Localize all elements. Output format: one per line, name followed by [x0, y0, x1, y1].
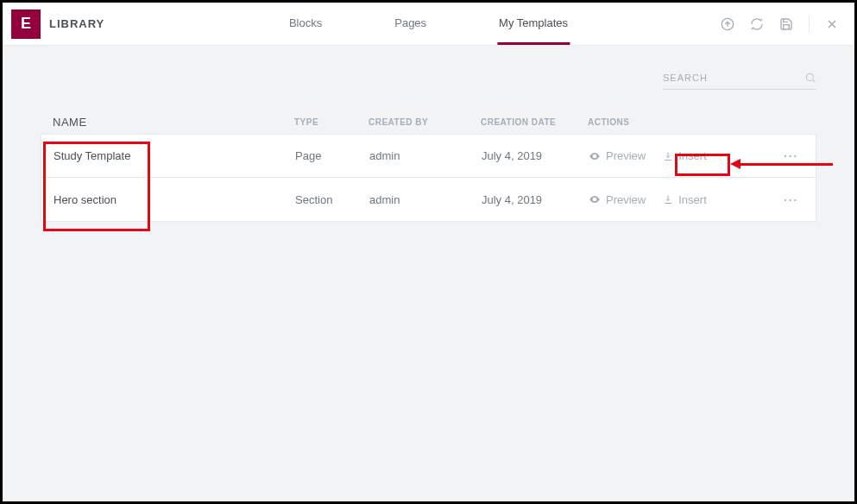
sync-icon[interactable]	[750, 17, 764, 31]
col-header-creation-date: CREATION DATE	[481, 117, 588, 127]
eye-icon	[589, 193, 601, 205]
col-header-created-by: CREATED BY	[369, 117, 481, 127]
eye-icon	[589, 150, 601, 162]
cell-created-by: admin	[369, 149, 482, 162]
cell-name: Hero section	[54, 193, 295, 206]
cell-type: Page	[295, 149, 369, 162]
content-area: NAME TYPE CREATED BY CREATION DATE ACTIO…	[3, 46, 854, 501]
col-header-name: NAME	[53, 116, 294, 129]
svg-line-4	[813, 80, 816, 83]
tab-blocks[interactable]: Blocks	[287, 3, 324, 45]
table-row: Hero section Section admin July 4, 2019 …	[41, 178, 816, 221]
preview-button[interactable]: Preview	[589, 193, 646, 206]
insert-label: Insert	[678, 193, 707, 206]
library-title: LIBRARY	[49, 17, 104, 30]
cell-name: Study Template	[54, 149, 295, 162]
save-icon[interactable]	[779, 17, 793, 31]
download-icon	[663, 151, 673, 161]
table-header: NAME TYPE CREATED BY CREATION DATE ACTIO…	[41, 110, 816, 135]
more-actions-button[interactable]: ···	[784, 149, 803, 162]
tab-pages[interactable]: Pages	[393, 3, 428, 45]
download-icon	[663, 194, 673, 205]
tabs: Blocks Pages My Templates	[287, 3, 570, 45]
divider	[809, 16, 810, 33]
app-logo-letter: E	[21, 15, 31, 33]
insert-label: Insert	[678, 149, 707, 162]
search-input[interactable]	[663, 72, 804, 83]
search-bar	[663, 72, 816, 90]
cell-creation-date: July 4, 2019	[482, 149, 589, 162]
close-icon[interactable]	[825, 17, 839, 31]
insert-button[interactable]: Insert	[663, 149, 707, 162]
search-icon[interactable]	[804, 72, 816, 84]
preview-button[interactable]: Preview	[589, 149, 646, 162]
table-row: Study Template Page admin July 4, 2019 P…	[41, 135, 816, 178]
preview-label: Preview	[606, 149, 646, 162]
tab-my-templates[interactable]: My Templates	[497, 3, 570, 45]
insert-button[interactable]: Insert	[663, 193, 707, 206]
svg-point-5	[594, 154, 595, 156]
library-modal: E LIBRARY Blocks Pages My Templates	[3, 3, 854, 501]
cell-creation-date: July 4, 2019	[482, 193, 589, 206]
col-header-type: TYPE	[294, 117, 369, 127]
app-logo: E	[11, 9, 41, 39]
svg-point-6	[594, 198, 595, 200]
header-actions	[721, 16, 854, 33]
col-header-actions: ACTIONS	[588, 117, 804, 127]
more-actions-button[interactable]: ···	[784, 193, 803, 206]
cell-created-by: admin	[369, 193, 482, 206]
svg-point-3	[806, 73, 813, 80]
cell-type: Section	[295, 193, 369, 206]
upload-icon[interactable]	[721, 17, 734, 31]
preview-label: Preview	[606, 193, 646, 206]
table-body: Study Template Page admin July 4, 2019 P…	[41, 135, 816, 222]
header: E LIBRARY Blocks Pages My Templates	[3, 3, 854, 46]
